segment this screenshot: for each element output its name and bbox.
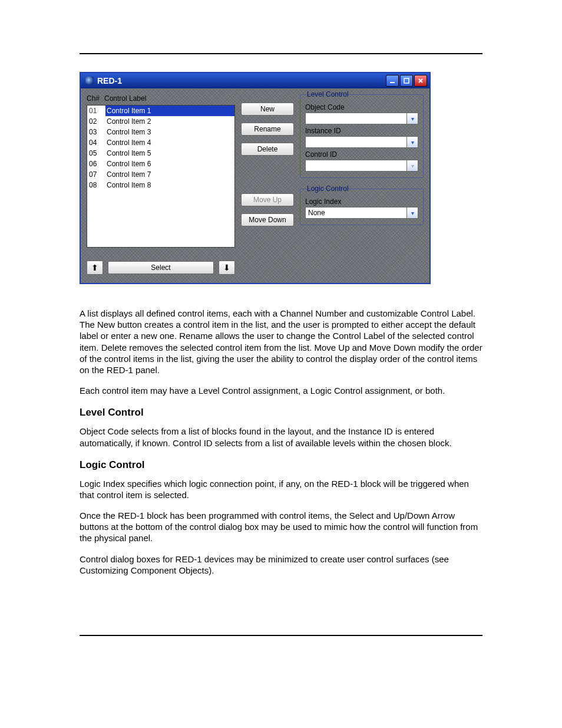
- close-button[interactable]: [414, 75, 427, 87]
- chevron-down-icon: ▾: [406, 160, 418, 172]
- control-id-label: Control ID: [305, 150, 418, 159]
- window-title: RED-1: [97, 76, 386, 85]
- cell-label: Control Item 8: [105, 180, 234, 190]
- maximize-button[interactable]: [400, 75, 413, 87]
- paragraph-1: A list displays all defined control item…: [80, 308, 482, 375]
- paragraph-5: Once the RED-1 block has been programmed…: [80, 510, 482, 544]
- object-code-input[interactable]: [305, 113, 406, 124]
- table-row[interactable]: 08Control Item 8: [87, 180, 234, 190]
- new-button[interactable]: New: [241, 103, 294, 116]
- arrow-down-icon: ⬇: [223, 263, 230, 272]
- arrow-down-button[interactable]: ⬇: [219, 261, 235, 275]
- delete-button[interactable]: Delete: [241, 143, 294, 156]
- chevron-down-icon[interactable]: ▾: [406, 113, 418, 124]
- logic-control-title: Logic Control: [305, 185, 351, 193]
- instance-id-input[interactable]: [305, 136, 406, 148]
- object-code-label: Object Code: [305, 103, 418, 111]
- paragraph-3: Object Code selects from a list of block…: [80, 426, 482, 448]
- paragraph-2: Each control item may have a Level Contr…: [80, 385, 482, 396]
- rename-button[interactable]: Rename: [241, 123, 294, 136]
- cell-ch: 01: [87, 106, 105, 116]
- table-row[interactable]: 05Control Item 5: [87, 148, 234, 159]
- top-rule: [80, 53, 482, 54]
- table-row[interactable]: 04Control Item 4: [87, 137, 234, 148]
- table-row[interactable]: 07Control Item 7: [87, 169, 234, 180]
- instance-id-combo: ▾: [305, 136, 418, 148]
- svg-rect-1: [404, 78, 409, 83]
- red1-window: RED-1 Ch# Control Label 01Control Item 1…: [80, 72, 431, 284]
- logic-control-group: Logic Control Logic Index ▾: [300, 189, 424, 225]
- chevron-down-icon[interactable]: ▾: [406, 136, 418, 148]
- cell-label: Control Item 3: [105, 127, 234, 137]
- table-row[interactable]: 06Control Item 6: [87, 159, 234, 169]
- move-down-button[interactable]: Move Down: [241, 213, 294, 226]
- cell-ch: 02: [87, 116, 105, 127]
- cell-ch: 07: [87, 169, 105, 180]
- table-row[interactable]: 02Control Item 2: [87, 116, 234, 127]
- app-icon: [85, 77, 94, 85]
- logic-index-combo: ▾: [305, 207, 418, 219]
- cell-label: Control Item 5: [105, 148, 234, 159]
- cell-ch: 05: [87, 148, 105, 159]
- object-code-combo: ▾: [305, 113, 418, 124]
- cell-label: Control Item 4: [105, 137, 234, 148]
- table-row[interactable]: 03Control Item 3: [87, 127, 234, 137]
- table-row[interactable]: 01Control Item 1: [87, 106, 234, 116]
- instance-id-label: Instance ID: [305, 127, 418, 135]
- logic-index-input[interactable]: [305, 207, 406, 219]
- arrow-up-icon: ⬆: [91, 263, 98, 272]
- control-id-input[interactable]: [305, 160, 406, 172]
- cell-label: Control Item 1: [105, 106, 234, 116]
- minimize-button[interactable]: [386, 75, 399, 87]
- cell-label: Control Item 6: [105, 159, 234, 169]
- header-label: Control Label: [104, 94, 235, 103]
- bottom-rule: [80, 635, 482, 636]
- select-button[interactable]: Select: [108, 261, 214, 274]
- control-item-list[interactable]: 01Control Item 102Control Item 203Contro…: [87, 105, 235, 248]
- level-control-group: Level Control Object Code ▾ Instance ID …: [300, 94, 424, 178]
- heading-level-control: Level Control: [80, 407, 482, 419]
- heading-logic-control: Logic Control: [80, 459, 482, 471]
- level-control-title: Level Control: [305, 90, 351, 98]
- header-ch: Ch#: [87, 94, 104, 103]
- cell-ch: 03: [87, 127, 105, 137]
- cell-label: Control Item 7: [105, 169, 234, 180]
- cell-ch: 04: [87, 137, 105, 148]
- paragraph-4: Logic Index specifies which logic connec…: [80, 478, 482, 500]
- arrow-up-button[interactable]: ⬆: [87, 261, 103, 275]
- cell-label: Control Item 2: [105, 116, 234, 127]
- control-id-combo: ▾: [305, 160, 418, 172]
- cell-ch: 06: [87, 159, 105, 169]
- logic-index-label: Logic Index: [305, 197, 418, 206]
- chevron-down-icon[interactable]: ▾: [406, 207, 418, 219]
- cell-ch: 08: [87, 180, 105, 190]
- titlebar[interactable]: RED-1: [81, 73, 429, 88]
- paragraph-6: Control dialog boxes for RED-1 devices m…: [80, 554, 482, 576]
- move-up-button[interactable]: Move Up: [241, 193, 294, 206]
- svg-rect-0: [390, 82, 395, 83]
